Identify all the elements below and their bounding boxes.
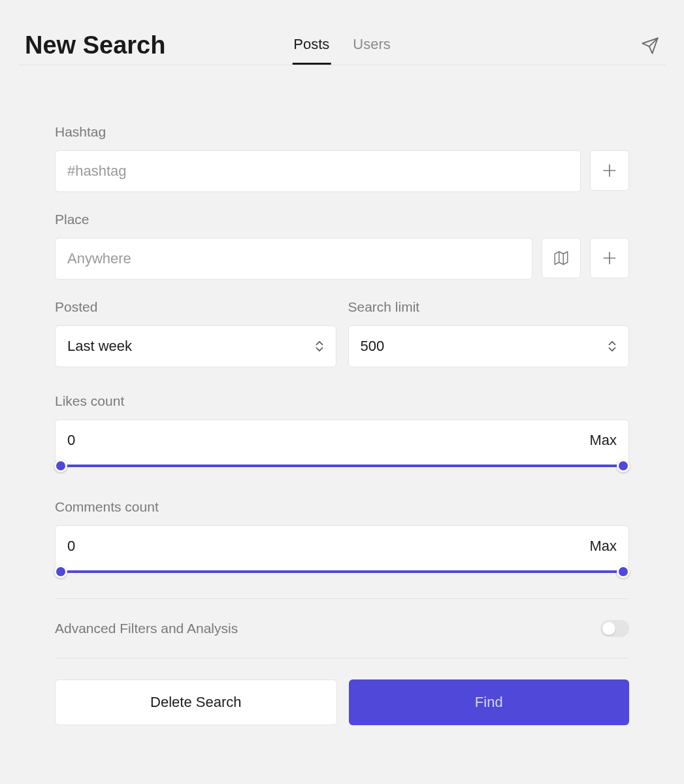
posted-value: Last week — [67, 338, 132, 355]
advanced-filters-toggle[interactable] — [600, 620, 629, 637]
advanced-filters-row: Advanced Filters and Analysis — [55, 599, 629, 659]
posted-field-group: Posted Last week — [55, 299, 336, 367]
comments-max-value: Max — [589, 538, 617, 555]
posted-select[interactable]: Last week — [55, 325, 336, 367]
search-limit-label: Search limit — [348, 299, 630, 315]
comments-min-value: 0 — [67, 538, 75, 555]
search-limit-select[interactable]: 500 — [348, 325, 630, 367]
button-row: Delete Search Find — [55, 679, 629, 725]
hashtag-label: Hashtag — [55, 124, 629, 140]
send-icon[interactable] — [641, 37, 659, 55]
page-title: New Search — [25, 31, 165, 59]
likes-field-group: Likes count 0 Max — [55, 393, 629, 466]
plus-icon — [601, 162, 618, 179]
advanced-filters-label: Advanced Filters and Analysis — [55, 621, 238, 636]
plus-icon — [601, 250, 618, 267]
hashtag-input[interactable] — [55, 150, 581, 192]
search-limit-field-group: Search limit 500 — [348, 299, 630, 367]
likes-min-value: 0 — [67, 432, 75, 449]
svg-marker-2 — [555, 252, 568, 265]
hashtag-field-group: Hashtag — [55, 124, 629, 192]
posted-label: Posted — [55, 299, 336, 315]
tabs: Posts Users — [292, 25, 391, 65]
toggle-knob — [602, 622, 615, 635]
tab-posts[interactable]: Posts — [292, 25, 331, 65]
delete-search-button[interactable]: Delete Search — [55, 679, 337, 725]
add-place-button[interactable] — [590, 238, 629, 278]
comments-field-group: Comments count 0 Max — [55, 499, 629, 572]
place-label: Place — [55, 212, 629, 227]
comments-slider-thumb-max[interactable] — [617, 565, 630, 578]
map-icon — [553, 250, 570, 267]
add-hashtag-button[interactable] — [590, 150, 629, 191]
search-limit-value: 500 — [361, 338, 385, 355]
search-form: Hashtag Place — [18, 65, 666, 725]
likes-range: 0 Max — [55, 419, 629, 466]
header: New Search Posts Users — [18, 0, 666, 65]
place-map-button[interactable] — [542, 238, 581, 278]
comments-slider-track[interactable] — [56, 570, 628, 573]
comments-label: Comments count — [55, 499, 629, 515]
likes-label: Likes count — [55, 393, 629, 409]
likes-max-value: Max — [589, 432, 617, 449]
select-arrows-icon — [315, 341, 324, 351]
place-field-group: Place — [55, 212, 629, 280]
tab-users[interactable]: Users — [351, 25, 391, 65]
comments-range: 0 Max — [55, 525, 629, 572]
select-arrows-icon — [608, 341, 617, 351]
likes-slider-thumb-min[interactable] — [54, 459, 67, 472]
find-button[interactable]: Find — [349, 679, 630, 725]
likes-slider-track[interactable] — [56, 465, 628, 467]
comments-slider-thumb-min[interactable] — [54, 565, 67, 578]
likes-slider-thumb-max[interactable] — [617, 459, 630, 472]
place-input[interactable] — [55, 238, 532, 280]
